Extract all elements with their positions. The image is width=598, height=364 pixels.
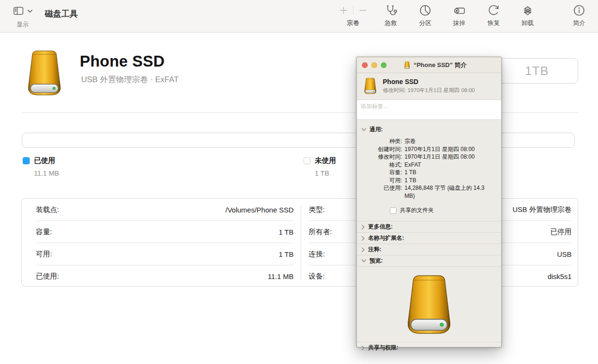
tags-input[interactable] xyxy=(357,100,501,120)
legend-unused: 未使用 1 TB xyxy=(303,156,336,177)
info-volume-name: Phone SSD xyxy=(383,78,475,85)
toolbar: 显示 磁盘工具 宗卷 急救 分区 xyxy=(0,0,598,33)
unused-label: 未使用 xyxy=(315,156,336,165)
toolbar-unmount-button[interactable]: 卸载 xyxy=(513,3,543,27)
chevron-down-icon xyxy=(362,259,366,262)
capacity-badge: 1TB xyxy=(496,58,578,84)
chevron-down-icon xyxy=(27,9,33,13)
preview-drive-icon xyxy=(401,274,457,335)
volume-drive-icon xyxy=(23,50,66,96)
table-row: 装载点: /Volumes/Phone SSD xyxy=(36,199,294,221)
toolbar-erase-button[interactable]: 抹掉 xyxy=(444,3,474,27)
volume-subtitle: USB 外置物理宗卷 · ExFAT xyxy=(81,74,179,85)
toolbar-partition-button[interactable]: 分区 xyxy=(410,3,440,27)
table-row: 可用: 1 TB xyxy=(36,243,294,265)
unused-value: 1 TB xyxy=(315,169,336,177)
legend-used: 已使用 11.1 MB xyxy=(23,156,59,177)
volume-name: Phone SSD xyxy=(80,52,165,70)
section-sharing-permissions[interactable]: 共享与权限: xyxy=(357,342,501,353)
info-modified-time: 修改时间: 1970年1月1日 星期四 08:00 xyxy=(383,87,475,94)
zoom-button[interactable] xyxy=(381,62,387,68)
first-aid-icon xyxy=(385,4,397,17)
restore-icon xyxy=(488,4,500,17)
section-general[interactable]: 通用: xyxy=(357,122,501,135)
general-details: 种类:宗卷 创建时间:1970年1月1日 星期四 08:00 修改时间:1970… xyxy=(357,137,501,200)
partition-icon xyxy=(419,4,431,17)
chevron-right-icon xyxy=(362,236,365,241)
divider xyxy=(353,6,354,15)
chevron-down-icon xyxy=(362,128,366,131)
minus-icon[interactable] xyxy=(358,6,368,15)
toolbar-first-aid-button[interactable]: 急救 xyxy=(376,3,406,27)
toolbar-volume-label: 宗卷 xyxy=(330,19,376,27)
section-name-extension[interactable]: 名称与扩展名: xyxy=(357,233,501,244)
sidebar-icon xyxy=(12,5,25,17)
close-button[interactable] xyxy=(362,62,368,68)
chevron-right-icon xyxy=(362,247,365,252)
chevron-right-icon xyxy=(362,346,365,350)
info-icon xyxy=(573,4,585,17)
chevron-right-icon xyxy=(362,225,365,229)
used-label: 已使用 xyxy=(34,156,55,165)
unmount-icon xyxy=(522,4,534,17)
table-row: 容量: 1 TB xyxy=(36,221,294,243)
show-label: 显示 xyxy=(9,21,36,29)
used-swatch xyxy=(23,157,30,164)
shared-folder-label: 共享的文件夹 xyxy=(400,206,434,214)
preview-area xyxy=(357,267,501,342)
toolbar-restore-button[interactable]: 恢复 xyxy=(479,3,509,27)
sidebar-toggle-button[interactable] xyxy=(12,5,34,17)
disk-utility-window: 显示 磁盘工具 宗卷 急救 分区 xyxy=(0,0,598,364)
info-panel-header: Phone SSD 修改时间: 1970年1月1日 星期四 08:00 xyxy=(357,73,501,100)
section-more-info[interactable]: 更多信息: xyxy=(357,221,501,233)
minimize-button[interactable] xyxy=(371,62,377,68)
info-panel-titlebar[interactable]: “Phone SSD” 简介 xyxy=(357,57,501,73)
toolbar-volume-group: 宗卷 xyxy=(330,3,376,27)
drive-icon xyxy=(362,77,378,94)
divider xyxy=(301,206,301,280)
window-title: 磁盘工具 xyxy=(45,8,78,19)
toolbar-info-button[interactable]: 简介 xyxy=(564,3,594,27)
plus-icon[interactable] xyxy=(339,6,348,15)
unused-swatch xyxy=(303,157,311,164)
shared-folder-checkbox[interactable] xyxy=(390,207,396,214)
shared-folder-row: 共享的文件夹 xyxy=(390,206,501,214)
mini-drive-icon xyxy=(404,61,411,69)
get-info-panel: “Phone SSD” 简介 Phone SSD 修改时间: 1970年1月1日… xyxy=(356,57,502,347)
section-comments[interactable]: 注释: xyxy=(357,244,501,255)
erase-icon xyxy=(453,4,466,17)
section-preview[interactable]: 预览: xyxy=(357,255,501,267)
table-row: 已使用: 11.1 MB xyxy=(36,265,294,287)
used-value: 11.1 MB xyxy=(34,169,59,177)
info-panel-title: “Phone SSD” 简介 xyxy=(413,61,467,69)
